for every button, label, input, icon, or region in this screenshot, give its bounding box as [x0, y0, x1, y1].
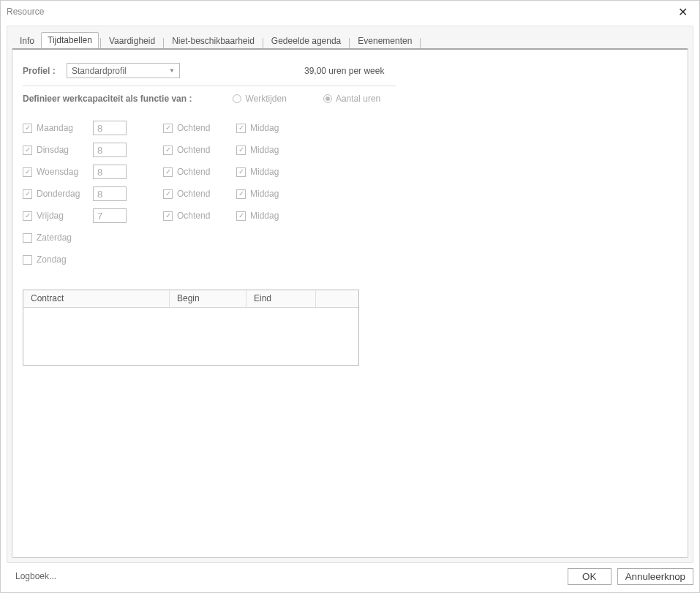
ochtend-vrijdag-label: Ochtend	[177, 211, 210, 221]
th-eind[interactable]: Eind	[246, 290, 316, 307]
tab-separator	[420, 38, 421, 48]
hours-input-donderdag[interactable]	[93, 186, 127, 201]
middag-vrijdag: Middag	[236, 211, 309, 221]
capacity-row: Definieer werkcapaciteit als functie van…	[23, 94, 677, 104]
day-row-zaterdag: Zaterdag	[23, 227, 677, 249]
checkbox-ochtend-maandag[interactable]	[163, 124, 173, 133]
checkbox-ochtend-vrijdag[interactable]	[163, 211, 173, 221]
table-header: Contract Begin Eind	[23, 290, 358, 308]
middag-woensdag-label: Middag	[250, 167, 279, 177]
day-row-woensdag: Woensdag Ochtend Middag	[23, 161, 677, 183]
day-donderdag: Donderdag	[23, 189, 96, 199]
capacity-definition-label: Definieer werkcapaciteit als functie van…	[23, 94, 192, 104]
checkbox-middag-woensdag[interactable]	[236, 167, 246, 177]
close-icon[interactable]: ✕	[672, 4, 693, 20]
profile-row: Profiel : Standardprofil ▼ 39,00 uren pe…	[23, 63, 677, 78]
day-zaterdag: Zaterdag	[23, 233, 96, 243]
checkbox-middag-dinsdag[interactable]	[236, 146, 246, 155]
hours-input-vrijdag[interactable]	[93, 208, 127, 223]
tab-niet-beschikbaarheid[interactable]: Niet-beschikbaarheid	[165, 33, 261, 48]
contracts-table[interactable]: Contract Begin Eind	[23, 290, 359, 366]
day-donderdag-label: Donderdag	[37, 189, 80, 199]
middag-maandag-label: Middag	[250, 123, 279, 133]
checkbox-donderdag[interactable]	[23, 189, 32, 199]
day-woensdag-label: Woensdag	[37, 167, 78, 177]
tab-separator	[263, 38, 263, 48]
logboek-link[interactable]: Logboek...	[15, 571, 56, 581]
tab-separator	[163, 38, 164, 48]
day-dinsdag: Dinsdag	[23, 145, 96, 155]
middag-maandag: Middag	[236, 123, 309, 133]
tab-evenementen[interactable]: Evenementen	[351, 33, 418, 48]
ochtend-dinsdag: Ochtend	[163, 145, 236, 155]
ok-button[interactable]: OK	[568, 568, 611, 585]
radio-aantal-uren[interactable]: Aantal uren	[323, 94, 380, 104]
ochtend-vrijdag: Ochtend	[163, 211, 236, 221]
hours-per-week-label: 39,00 uren per week	[304, 66, 384, 76]
day-zondag: Zondag	[23, 254, 96, 265]
divider	[23, 86, 396, 86]
tab-info[interactable]: Info	[13, 33, 41, 48]
middag-donderdag: Middag	[236, 189, 309, 199]
titlebar: Resource ✕	[1, 1, 699, 23]
tab-vaardigheid[interactable]: Vaardigheid	[102, 33, 162, 48]
ochtend-donderdag-label: Ochtend	[177, 189, 210, 199]
hours-input-maandag[interactable]	[93, 121, 127, 135]
middag-dinsdag: Middag	[236, 145, 309, 155]
radio-werktijden-label: Werktijden	[245, 94, 286, 104]
ochtend-woensdag-label: Ochtend	[177, 167, 210, 177]
tab-separator	[349, 38, 350, 48]
checkbox-middag-donderdag[interactable]	[236, 189, 246, 199]
radio-icon	[233, 94, 241, 103]
day-row-maandag: Maandag Ochtend Middag	[23, 117, 677, 139]
middag-woensdag: Middag	[236, 167, 309, 177]
radio-aantal-uren-label: Aantal uren	[336, 94, 380, 104]
tab-tijdtabellen[interactable]: Tijdtabellen	[41, 32, 99, 48]
tab-strip: Info Tijdtabellen Vaardigheid Niet-besch…	[7, 26, 693, 48]
checkbox-dinsdag[interactable]	[23, 146, 32, 155]
checkbox-zaterdag[interactable]	[23, 233, 32, 243]
capacity-radio-group: Werktijden Aantal uren	[196, 94, 380, 104]
checkbox-middag-vrijdag[interactable]	[236, 211, 246, 221]
checkbox-zondag[interactable]	[23, 255, 32, 265]
profile-combobox[interactable]: Standardprofil ▼	[67, 63, 180, 78]
chevron-down-icon: ▼	[169, 67, 175, 74]
annuleer-button[interactable]: Annuleerknop	[617, 568, 693, 585]
checkbox-ochtend-dinsdag[interactable]	[163, 146, 173, 155]
checkbox-woensdag[interactable]	[23, 167, 32, 177]
middag-dinsdag-label: Middag	[250, 145, 279, 155]
day-woensdag: Woensdag	[23, 167, 96, 177]
day-vrijdag-label: Vrijdag	[37, 211, 64, 221]
middag-donderdag-label: Middag	[250, 189, 279, 199]
profile-label: Profiel :	[23, 66, 59, 76]
checkbox-ochtend-woensdag[interactable]	[163, 167, 173, 177]
checkbox-ochtend-donderdag[interactable]	[163, 189, 173, 199]
profile-selected-value: Standardprofil	[72, 66, 127, 76]
day-row-dinsdag: Dinsdag Ochtend Middag	[23, 139, 677, 161]
tab-separator	[100, 38, 101, 48]
footer: Logboek... OK Annuleerknop	[7, 566, 693, 586]
hours-input-dinsdag[interactable]	[93, 143, 127, 157]
th-begin[interactable]: Begin	[170, 290, 246, 307]
ochtend-woensdag: Ochtend	[163, 167, 236, 177]
ochtend-dinsdag-label: Ochtend	[177, 145, 210, 155]
th-empty	[316, 290, 358, 307]
checkbox-vrijdag[interactable]	[23, 211, 32, 221]
ochtend-donderdag: Ochtend	[163, 189, 236, 199]
tab-panel: Profiel : Standardprofil ▼ 39,00 uren pe…	[12, 48, 688, 558]
ochtend-maandag-label: Ochtend	[177, 123, 210, 133]
day-maandag-label: Maandag	[37, 123, 73, 133]
th-contract[interactable]: Contract	[23, 290, 170, 307]
day-vrijdag: Vrijdag	[23, 211, 96, 221]
tab-gedeelde-agenda[interactable]: Gedeelde agenda	[265, 33, 347, 48]
days-grid: Maandag Ochtend Middag Dinsdag	[23, 117, 677, 271]
window-title: Resource	[7, 7, 672, 17]
checkbox-middag-maandag[interactable]	[236, 124, 246, 133]
day-zondag-label: Zondag	[37, 254, 67, 265]
day-row-donderdag: Donderdag Ochtend Middag	[23, 183, 677, 205]
checkbox-maandag[interactable]	[23, 124, 32, 133]
day-row-vrijdag: Vrijdag Ochtend Middag	[23, 205, 677, 227]
hours-input-woensdag[interactable]	[93, 165, 127, 179]
content-area: Info Tijdtabellen Vaardigheid Niet-besch…	[7, 26, 693, 563]
radio-werktijden[interactable]: Werktijden	[233, 94, 286, 104]
